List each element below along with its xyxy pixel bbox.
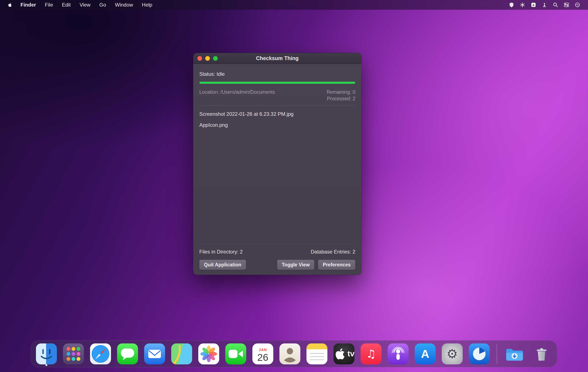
siri-icon[interactable]: [574, 1, 581, 8]
status-label: Status: Idle: [199, 71, 355, 77]
spotlight-icon[interactable]: [552, 1, 559, 8]
menu-file[interactable]: File: [40, 2, 57, 8]
snowflake-icon[interactable]: [519, 1, 526, 8]
menu-edit[interactable]: Edit: [57, 2, 75, 8]
bottom-divider: [199, 244, 355, 245]
zoom-button[interactable]: [213, 56, 218, 61]
empty-area: [199, 128, 355, 241]
calendar-month: JAN: [259, 348, 267, 352]
button-bar: Quit Application Toggle View Preferences: [199, 260, 355, 270]
preferences-button[interactable]: Preferences: [318, 260, 355, 270]
toggle-view-button[interactable]: Toggle View: [277, 260, 314, 270]
menu-app-name[interactable]: Finder: [16, 2, 40, 8]
window-content: Status: Idle Location: /Users/admin/Docu…: [193, 64, 361, 275]
dock-notes-icon[interactable]: [306, 343, 327, 364]
input-source-icon[interactable]: A: [530, 1, 537, 8]
window-titlebar[interactable]: Checksum Thing: [193, 53, 361, 64]
window-title: Checksum Thing: [193, 55, 361, 61]
location-row: Location: /Users/admin/Documents Remaini…: [199, 89, 355, 102]
dock-facetime-icon[interactable]: [225, 343, 246, 364]
database-entries-label: Database Entries: 2: [311, 249, 355, 255]
menu-help[interactable]: Help: [137, 2, 157, 8]
calendar-day: 26: [257, 352, 268, 362]
menu-bar: Finder File Edit View Go Window Help A: [0, 0, 588, 10]
dock-messages-icon[interactable]: [117, 343, 138, 364]
footer-stats: Files in Directory: 2 Database Entries: …: [199, 249, 355, 255]
quit-application-button[interactable]: Quit Application: [199, 260, 246, 270]
apple-menu[interactable]: [6, 2, 16, 8]
dock-maps-icon[interactable]: [171, 343, 192, 364]
app-store-a-glyph: A: [421, 347, 429, 360]
dock-launchpad-icon[interactable]: [63, 343, 84, 364]
list-item[interactable]: AppIcon.png: [199, 122, 355, 128]
minimize-button[interactable]: [205, 56, 210, 61]
remaining-label: Remaining: 0: [326, 89, 355, 95]
desktop-wallpaper: Finder File Edit View Go Window Help A: [0, 0, 588, 372]
tv-label: tv: [347, 349, 355, 358]
dock-system-preferences-icon[interactable]: ⚙: [442, 343, 463, 364]
files-in-directory-label: Files in Directory: 2: [199, 249, 243, 255]
counters: Remaining: 0 Processed: 2: [326, 89, 355, 102]
processed-label: Processed: 2: [326, 95, 355, 102]
list-item[interactable]: Screenshot 2022-01-26 at 6.23.32 PM.jpg: [199, 111, 355, 117]
dock-checksum-thing-icon[interactable]: [469, 343, 490, 364]
gear-icon: ⚙: [447, 346, 458, 361]
close-button[interactable]: [197, 56, 202, 61]
dock-photos-icon[interactable]: [198, 343, 219, 364]
menu-status-area: A: [508, 1, 581, 8]
progress-bar: [199, 82, 355, 84]
dock-calendar-icon[interactable]: JAN 26: [252, 343, 273, 364]
dock-contacts-icon[interactable]: [279, 343, 300, 364]
apple-logo-icon: [8, 2, 12, 8]
menu-window[interactable]: Window: [111, 2, 137, 8]
traffic-lights: [193, 56, 218, 61]
file-list: Screenshot 2022-01-26 at 6.23.32 PM.jpg …: [199, 111, 355, 128]
dock-mail-icon[interactable]: [144, 343, 165, 364]
dock-tv-icon[interactable]: tv: [334, 343, 355, 364]
svg-text:A: A: [532, 3, 535, 7]
dock-trash-icon[interactable]: [531, 343, 552, 364]
dock-safari-icon[interactable]: [90, 343, 111, 364]
dock-downloads-icon[interactable]: [504, 343, 525, 364]
menu-go[interactable]: Go: [95, 2, 111, 8]
location-label: Location: /Users/admin/Documents: [199, 89, 275, 102]
checksum-thing-window: Checksum Thing Status: Idle Location: /U…: [193, 53, 361, 275]
progress-fill: [199, 82, 355, 84]
antenna-icon[interactable]: [541, 1, 548, 8]
music-note-glyph: ♫: [366, 348, 376, 360]
dock-podcasts-icon[interactable]: [388, 343, 409, 364]
dock: JAN 26 tv ♫ A ⚙: [31, 340, 557, 367]
dock-music-icon[interactable]: ♫: [361, 343, 381, 364]
menu-view[interactable]: View: [75, 2, 95, 8]
dock-app-store-icon[interactable]: A: [415, 343, 436, 364]
dock-separator: [497, 344, 497, 364]
vpn-shield-icon[interactable]: [508, 1, 515, 8]
dock-finder-icon[interactable]: [36, 343, 57, 364]
top-divider: [199, 105, 355, 106]
menu-left: Finder File Edit View Go Window Help: [6, 2, 157, 8]
finder-running-indicator: [45, 364, 47, 366]
control-center-icon[interactable]: [563, 1, 570, 8]
